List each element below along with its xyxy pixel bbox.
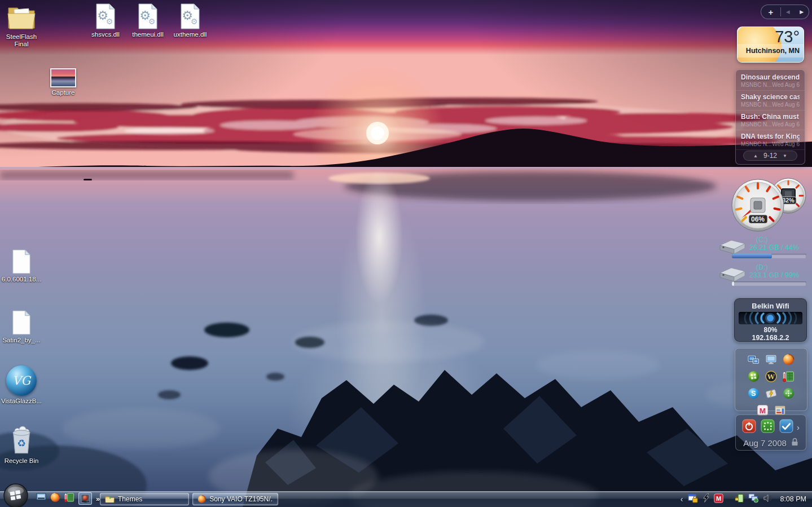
add-gadget-button[interactable]: + [761, 7, 780, 17]
tray-collapse-chevron[interactable]: ‹ [681, 495, 683, 504]
news-source: MSNBC N... [741, 141, 771, 147]
drive-usage-bar [732, 281, 806, 286]
system-tray: ‹ M [681, 491, 812, 507]
icon-label: shsvcs.dll [84, 31, 127, 38]
svg-text:W: W [767, 373, 775, 381]
shortcut-gadget[interactable]: › Aug 7 2008 [735, 415, 806, 451]
skype-icon[interactable]: S [748, 387, 760, 399]
drive-usage-bar [732, 254, 806, 258]
power-shortcut-icon[interactable] [742, 419, 756, 435]
document-icon [0, 249, 43, 274]
show-desktop-icon[interactable] [36, 493, 46, 504]
wifi-signal-icon [739, 312, 802, 324]
svg-text:S: S [751, 390, 756, 398]
cpu-meter-gadget[interactable]: 32% [727, 171, 811, 241]
media-center-icon[interactable] [748, 371, 760, 382]
wifi-network-name: Belkin Wifi [734, 302, 807, 310]
svg-text:⚙: ⚙ [106, 17, 113, 26]
location-band: Hutchinson, MN [738, 44, 804, 58]
page-down-icon[interactable]: ▼ [783, 153, 787, 158]
prev-page-button[interactable]: ◀ [781, 9, 795, 15]
winamp-icon[interactable] [765, 387, 777, 399]
news-title: Bush: China must en... [741, 113, 800, 121]
grid-shortcut-icon[interactable] [761, 419, 775, 435]
wifi-signal-meter [739, 312, 802, 324]
drive-name: (D:) [756, 263, 768, 271]
check-shortcut-icon[interactable] [779, 419, 793, 435]
news-item[interactable]: DNA tests for King T... MSNBC N...Wed Au… [736, 130, 805, 150]
news-source: MSNBC N... [741, 82, 771, 88]
network-tray-icon[interactable] [748, 493, 759, 505]
news-feed-gadget[interactable]: Dinosaur descendant... MSNBC N...Wed Aug… [735, 69, 805, 165]
news-date: Wed Aug 6 [772, 121, 800, 127]
network-icon[interactable] [748, 354, 760, 365]
wallpaper-sunset [0, 0, 812, 507]
news-item[interactable]: Dinosaur descendant... MSNBC N...Wed Aug… [736, 71, 805, 91]
news-title: Dinosaur descendant... [741, 74, 800, 81]
power-bolt-tray-icon[interactable] [703, 493, 710, 505]
taskbar-button-themes[interactable]: Themes [100, 493, 189, 505]
dll-file-icon: ⚙ ⚙ [84, 3, 127, 29]
icon-label: themeui.dll [126, 31, 169, 38]
desktop-icon-shsvcs[interactable]: ⚙ ⚙ shsvcs.dll [84, 3, 127, 38]
desktop-icon-capture[interactable]: Capture [42, 68, 85, 96]
news-item[interactable]: Shaky science casts ... MSNBC N...Wed Au… [736, 91, 805, 111]
dll-file-icon: ⚙ ⚙ [169, 3, 212, 29]
wifi-strength: 80% [734, 326, 807, 334]
battery-power-tray-icon[interactable] [735, 493, 744, 505]
desktop-icon-satin[interactable]: Satin2_by_... [0, 310, 43, 344]
desktop-icon-vistaglazz[interactable]: VG VistaGlazzB... [0, 365, 43, 405]
hardware-monitor-icon[interactable] [783, 371, 795, 382]
desktop-icon-build[interactable]: 6.0.6001.18... [0, 249, 43, 283]
svg-text:⚙: ⚙ [148, 17, 156, 26]
news-item[interactable]: Bush: China must en... MSNBC N...Wed Aug… [736, 111, 805, 130]
start-button[interactable] [3, 483, 29, 507]
drive-meter-gadget[interactable]: (C:) 26.21 GB / 44% (D:) 233.1 GB / 99% [716, 236, 810, 291]
drive-c-row: (C:) 26.21 GB / 44% [716, 236, 810, 263]
clock: 8:08 PM [780, 495, 806, 503]
news-date: Wed Aug 6 [772, 82, 800, 88]
next-page-button[interactable]: ▶ [795, 9, 809, 15]
news-title: Shaky science casts ... [741, 94, 800, 101]
sidebar-controls[interactable]: + ◀ ▶ [761, 5, 809, 19]
page-up-icon[interactable]: ▲ [753, 153, 758, 158]
drive-usage-fill [732, 254, 772, 258]
miranda-tray-icon[interactable]: M [714, 493, 723, 505]
firefox-quicklaunch-icon[interactable] [50, 492, 60, 505]
weather-gadget[interactable]: 73° Hutchinson, MN [737, 27, 804, 63]
display-icon[interactable] [765, 354, 777, 365]
wifi-ip-address: 192.168.2.2 [734, 334, 807, 342]
desktop-icon-recycle-bin[interactable]: ♻ Recycle Bin [0, 424, 43, 465]
desktop-icon-uxtheme[interactable]: ⚙ ⚙ uxtheme.dll [169, 3, 212, 38]
desktop-icon-steelflash[interactable]: SteelFlash Final [0, 3, 43, 48]
news-source: MSNBC N... [741, 102, 771, 108]
volume-tray-icon[interactable] [763, 493, 773, 505]
drive-name: (C:) [756, 236, 768, 244]
svg-text:M: M [759, 407, 765, 415]
security-window-tray-icon[interactable] [688, 493, 699, 505]
capture-tool-quicklaunch-icon[interactable] [78, 492, 92, 505]
vistaglazz-sphere-icon: VG [0, 365, 43, 396]
news-pager[interactable]: ▲ 9-12 ▼ [743, 151, 797, 161]
firefox-icon[interactable] [783, 354, 795, 365]
app-launcher-gadget[interactable]: W S [735, 348, 807, 411]
hardware-monitor-quicklaunch-icon[interactable] [64, 492, 74, 505]
svg-text:M: M [716, 495, 721, 501]
folder-small-icon [105, 495, 115, 503]
wow-icon[interactable]: W [765, 371, 777, 382]
icon-label: Satin2_by_... [0, 337, 43, 344]
wifi-gadget[interactable]: Belkin Wifi 80% 192.168.2.2 [734, 298, 807, 342]
icon-label: SteelFlash Final [0, 33, 43, 48]
news-date: Wed Aug 6 [772, 102, 800, 108]
cpu-usage-value: 06% [751, 215, 765, 223]
lock-icon[interactable] [791, 438, 798, 448]
dll-file-icon: ⚙ ⚙ [126, 3, 169, 29]
shortcut-expand-chevron[interactable]: › [797, 422, 800, 432]
icon-label: Recycle Bin [0, 457, 43, 465]
desktop-icon-themeui[interactable]: ⚙ ⚙ themeui.dll [126, 3, 169, 38]
green-app-icon[interactable] [783, 387, 795, 399]
icon-label: 6.0.6001.18... [0, 276, 43, 283]
taskbar-button-firefox[interactable]: Sony VAIO TZ195N/... [192, 493, 278, 505]
cpu-gauge: 06% [732, 179, 784, 231]
page-range: 9-12 [763, 152, 777, 160]
